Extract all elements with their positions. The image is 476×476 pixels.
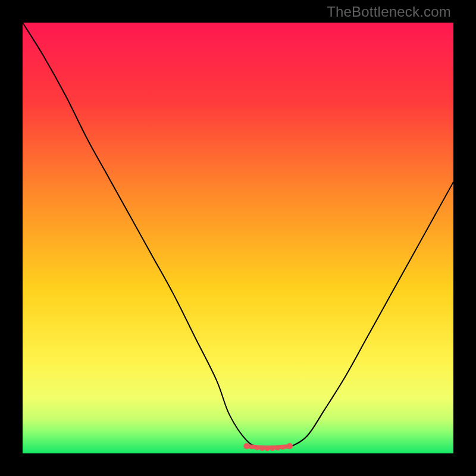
optimal-dot (260, 447, 264, 451)
optimal-dot (255, 446, 259, 450)
optimal-dot (281, 446, 285, 450)
watermark-text: TheBottleneck.com (327, 4, 451, 20)
chart-frame: TheBottleneck.com (0, 0, 476, 476)
curve-overlay (23, 23, 453, 453)
optimal-dot (275, 446, 280, 450)
bottleneck-curve (23, 23, 453, 448)
optimal-dot (243, 443, 249, 449)
optimal-dot (250, 445, 254, 449)
optimal-dot (270, 447, 274, 451)
optimal-dot (265, 447, 270, 451)
optimal-dot (287, 443, 293, 449)
